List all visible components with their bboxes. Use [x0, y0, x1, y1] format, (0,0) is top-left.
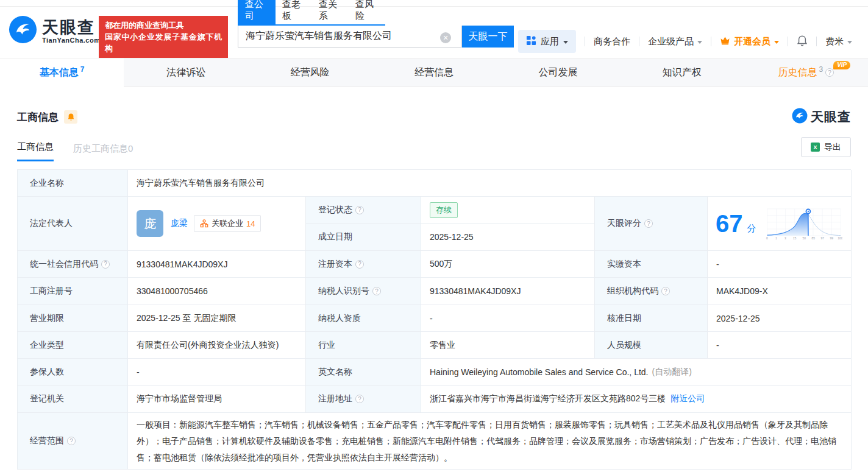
field-value-insured-count: - — [128, 359, 306, 386]
apps-menu[interactable]: 应用 — [518, 30, 576, 53]
field-label-insured-count: 参保人数 — [18, 359, 128, 386]
label-text: 登记状态 — [318, 205, 352, 216]
clear-search-icon[interactable] — [440, 32, 451, 43]
field-label-registration-authority: 登记机关 — [18, 386, 128, 413]
vip-upgrade-menu[interactable]: 开通会员 — [720, 36, 779, 48]
label-text: 企业类型 — [30, 340, 64, 351]
bell-icon — [797, 35, 808, 48]
label-text: 企业名称 — [30, 178, 64, 189]
value-text: - — [430, 314, 433, 323]
divider — [816, 37, 817, 46]
field-value-company-name: 海宁蔚乐萤汽车销售服务有限公司 — [128, 170, 852, 197]
notifications-button[interactable] — [797, 35, 808, 48]
company-profile-tabbar: 基本信息 7 法律诉讼 经营风险 经营信息 公司发展 知识产权 VIP 历史信息… — [0, 58, 868, 87]
subtab-history-registration[interactable]: 历史工商信息0 — [73, 143, 133, 161]
score-distribution-chart: 0 1 3 15 50 85 97 99 100 — [763, 203, 843, 244]
tab-operating-risk[interactable]: 经营风险 — [248, 58, 372, 86]
value-text: 2025-12-25 — [716, 314, 760, 323]
field-value-english-name: Haining Weileying Automobile Sales and S… — [421, 359, 852, 386]
field-label-tyc-score: 天眼评分 — [595, 197, 708, 251]
search-button[interactable]: 天眼一下 — [462, 26, 514, 48]
help-icon[interactable] — [355, 260, 364, 269]
help-icon[interactable] — [825, 68, 834, 77]
export-button[interactable]: 导出 — [801, 137, 851, 157]
field-value-registration-number: 330481000705466 — [128, 278, 306, 305]
tab-company-development[interactable]: 公司发展 — [496, 58, 620, 86]
site-header: 天眼查 TianYanCha.com 都在用的商业查询工具 国家中小企业发展子基… — [0, 7, 868, 58]
tab-business-info[interactable]: 经营信息 — [372, 58, 496, 86]
tab-legal-proceedings[interactable]: 法律诉讼 — [124, 58, 247, 86]
chevron-down-icon — [697, 41, 702, 44]
field-label-company-type: 企业类型 — [18, 332, 128, 359]
help-icon[interactable] — [101, 260, 110, 269]
field-value-establish-date: 2025-12-25 — [421, 224, 595, 251]
related-companies-badge[interactable]: 关联企业 14 — [194, 215, 261, 232]
user-menu[interactable]: 费米 — [825, 36, 852, 48]
label-text: 参保人数 — [30, 367, 64, 378]
label-text: 成立日期 — [318, 231, 352, 242]
field-value-registration-authority: 海宁市市场监督管理局 — [128, 386, 306, 413]
search-tab-risk[interactable]: 查风险 — [349, 0, 385, 24]
svg-text:50: 50 — [802, 236, 806, 240]
coop-label: 商务合作 — [594, 36, 630, 48]
subscribe-bell-button[interactable] — [64, 110, 77, 124]
field-label-company-name: 企业名称 — [18, 170, 128, 197]
field-label-english-name: 英文名称 — [306, 359, 421, 386]
business-cooperation-link[interactable]: 商务合作 — [594, 36, 630, 48]
value-text: - — [716, 340, 719, 350]
tab-label: 法律诉讼 — [166, 66, 205, 79]
label-text: 组织机构代码 — [607, 286, 658, 297]
subtab-business-registration[interactable]: 工商信息 — [17, 141, 54, 161]
label-text: 登记机关 — [30, 393, 64, 404]
promo-line2: 国家中小企业发展子基金旗下机构 — [105, 31, 222, 54]
help-icon[interactable] — [661, 287, 670, 295]
tianyancha-logo[interactable]: 天眼查 TianYanCha.com — [9, 15, 100, 46]
field-label-registered-address: 注册地址 — [306, 386, 421, 413]
status-badge: 存续 — [430, 202, 458, 218]
tab-label: 公司发展 — [538, 66, 577, 79]
help-icon[interactable] — [67, 437, 76, 445]
tab-history-info[interactable]: VIP 历史信息 3 — [744, 58, 868, 86]
related-label: 关联企业 — [212, 218, 243, 229]
field-value-tyc-score: 67 分 — [708, 197, 852, 251]
search-tab-relation[interactable]: 查关系 — [312, 0, 349, 24]
header-nav: 应用 商务合作 企业级产品 开通会员 费米 — [518, 29, 852, 54]
nearby-companies-link[interactable]: 附近公司 — [671, 393, 705, 404]
tab-label: 经营风险 — [291, 66, 330, 79]
field-value-business-term: 2025-12-25 至 无固定期限 — [128, 305, 306, 332]
legal-rep-link[interactable]: 庞梁 — [171, 218, 188, 229]
label-text: 人员规模 — [607, 340, 641, 351]
chevron-down-icon — [774, 41, 779, 44]
help-icon[interactable] — [355, 206, 364, 214]
auto-translate-note: (自动翻译) — [652, 367, 692, 378]
field-label-staff-size: 人员规模 — [595, 332, 708, 359]
crown-icon — [720, 36, 730, 47]
field-value-industry: 零售业 — [421, 332, 595, 359]
vip-badge: VIP — [833, 61, 850, 69]
enterprise-products-menu[interactable]: 企业级产品 — [648, 36, 702, 48]
company-search-input[interactable] — [238, 26, 462, 48]
search-tab-boss[interactable]: 查老板 — [276, 0, 312, 24]
vip-label: 开通会员 — [734, 36, 770, 48]
field-label-taxpayer-id: 纳税人识别号 — [306, 278, 421, 305]
field-value-org-code: MAK4JD09-X — [708, 278, 852, 305]
section-brand-logo: 天眼查 — [792, 108, 851, 126]
help-icon[interactable] — [372, 287, 381, 295]
label-text: 经营范围 — [30, 435, 64, 446]
help-icon[interactable] — [644, 219, 653, 228]
promo-line1: 都在用的商业查询工具 — [105, 19, 184, 31]
tab-label: 经营信息 — [414, 66, 454, 79]
label-text: 注册资本 — [318, 259, 352, 270]
value-text: 浙江省嘉兴市海宁市海昌街道海宁经济开发区文苑路802号三楼 — [430, 393, 666, 404]
tab-basic-info[interactable]: 基本信息 7 — [0, 58, 124, 87]
help-icon[interactable] — [355, 395, 364, 403]
svg-text:100: 100 — [838, 236, 842, 240]
tab-label: 基本信息 — [40, 66, 79, 79]
tab-intellectual-property[interactable]: 知识产权 — [620, 58, 744, 86]
chevron-down-icon — [847, 41, 852, 44]
avatar[interactable]: 庞 — [137, 210, 163, 237]
label-text: 行业 — [318, 340, 335, 351]
tab-count: 3 — [819, 65, 823, 74]
value-text: 91330481MAK4JD09XJ — [430, 286, 521, 296]
search-tab-company[interactable]: 查公司 — [238, 0, 276, 24]
